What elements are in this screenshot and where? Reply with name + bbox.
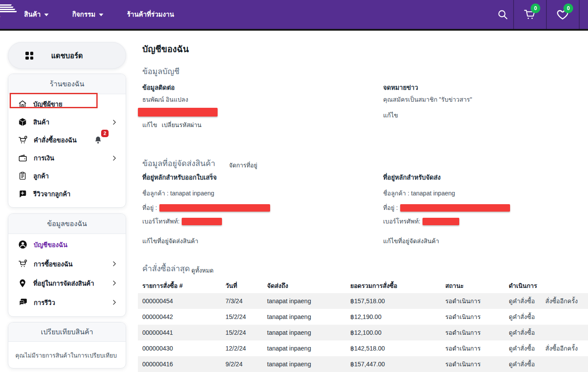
sidebar-item-my-orders[interactable]: คำสั่งซื้อของฉัน 2 [8,131,126,149]
view-order-link[interactable]: ดูคำสั่งซื้อ [509,359,535,369]
shipping-address-label: ที่อยู่ : [383,203,398,213]
compare-empty-text: คุณไม่มีรายการสินค้าในการเปรียบเทียบ [8,342,126,369]
order-table-row: 000000454 7/3/24 tanapat inpaeng ฿157,51… [138,293,588,309]
nav-divider [579,0,580,29]
edit-contact-link[interactable]: แก้ไข [142,120,157,130]
main-content: บัญชีของฉัน ข้อมูลบัญชี ข้อมูลติดต่อ ธนพ… [142,31,588,372]
chevron-right-icon [111,299,118,306]
cart-button[interactable] [517,0,543,29]
order-cart-icon [18,135,28,145]
wallet-icon [18,153,28,163]
address-book-heading: ข้อมูลที่อยู่จัดส่งสินค้า [142,157,215,170]
newsletter-label: จดหมายข่าว [383,82,418,92]
person-circle-icon [18,240,28,249]
view-all-orders-link[interactable]: ดูทั้งหมด [191,266,214,275]
dashboard-grid-icon [24,50,35,61]
order-status-cell: รอดำเนินการ [441,328,504,337]
caret-down-icon [99,14,103,16]
chevron-right-icon [111,155,118,162]
logo-text: S [0,13,17,25]
order-id-cell: 000000454 [138,298,221,305]
order-total-cell: ฿157,447.00 [346,361,441,368]
order-id-cell: 000000441 [138,329,221,336]
sidebar-item-label: รีวิวจากลูกค้า [33,189,70,199]
nav-item-products-label: สินค้า [24,9,41,20]
contact-name: ธนพัฒน์ อินแปลง [142,95,188,104]
location-pin-icon [18,279,27,288]
order-total-cell: ฿12,100.00 [346,329,441,336]
bell-icon [93,135,103,145]
redacted-phone-bar [182,218,222,225]
edit-billing-address-link[interactable]: แก้ไขที่อยู่จัดส่งสินค้า [142,236,198,246]
sidebar-shop-title: ร้านของฉัน [8,74,126,94]
edit-newsletter-link[interactable]: แก้ไข [383,110,398,120]
nav-item-partner-stores[interactable]: ร้านค้าที่ร่วมงาน [127,0,174,29]
home-icon [18,99,27,109]
order-table-row: 000000442 15/2/24 tanapat inpaeng ฿12,19… [138,309,588,325]
sidebar-item-label: การรีวิว [34,298,55,308]
redacted-email-bar [138,108,218,117]
nav-item-activities-label: กิจกรรม [72,9,95,20]
sidebar-item-my-purchases[interactable]: การซื้อของฉัน [8,254,126,273]
col-order-id: รายการสั่งซื้อ # [138,281,221,291]
redacted-phone-bar [423,218,459,225]
billing-address-title: ที่อยู่หลักสำหรับออกใบเสร็จ [142,172,361,182]
order-id-cell: 000000442 [138,313,221,320]
reorder-link[interactable]: สั่งซื้ออีกครั้ง [546,296,578,306]
order-date-cell: 15/2/24 [221,329,263,336]
shipping-address-block: ที่อยู่หลักสำหรับจัดส่ง ชื่อลูกค้า : tan… [383,172,588,246]
store-logo[interactable]: S [0,4,17,26]
reorder-link[interactable]: สั่งซื้ออีกครั้ง [546,344,578,353]
shipping-address-title: ที่อยู่หลักสำหรับจัดส่ง [383,172,588,182]
manage-addresses-link[interactable]: จัดการที่อยู่ [229,160,257,170]
sidebar-item-customers[interactable]: ลูกค้า [8,167,126,185]
orders-table-header: รายการสั่งซื้อ # วันที่ จัดส่งถึง ยอดรวม… [138,278,588,293]
col-order-total: ยอดรวมการสั่งซื้อ [346,281,441,291]
sidebar-item-label: บัญชีของฉัน [34,240,67,250]
view-order-link[interactable]: ดูคำสั่งซื้อ [509,344,535,353]
sidebar-item-shipping-addresses[interactable]: ที่อยู่ในการจัดส่งสินค้า [8,273,126,293]
chevron-right-icon [111,119,118,126]
chevron-right-icon [111,260,118,267]
edit-shipping-address-link[interactable]: แก้ไขที่อยู่จัดส่งสินค้า [383,236,439,246]
sidebar-item-finance[interactable]: การเงิน [8,149,126,167]
order-table-row: 000000441 15/2/24 tanapat inpaeng ฿12,10… [138,325,588,340]
nav-item-products[interactable]: สินค้า [24,0,49,29]
search-button[interactable] [489,0,516,29]
order-ship-to-cell: tanapat inpaeng [263,361,346,368]
order-total-cell: ฿157,518.00 [346,298,441,305]
recent-orders-heading: คำสั่งซื้อล่าสุด [142,262,190,275]
sidebar-myinfo-title: ข้อมูลของฉัน [8,214,126,234]
logo-stripes-icon [0,4,17,12]
wishlist-count-badge: 0 [563,4,573,13]
sidebar-item-my-reviews[interactable]: การรีวิว [8,293,126,312]
nav-item-activities[interactable]: กิจกรรม [72,0,103,29]
sidebar-dashboard-button[interactable]: แดชบอร์ด [8,42,126,69]
chat-bubbles-icon [18,298,28,307]
order-total-cell: ฿142,518.00 [346,345,441,352]
box-icon [18,117,27,127]
sidebar-item-customer-reviews[interactable]: รีวิวจากลูกค้า [8,185,126,203]
order-notifications-button[interactable]: 2 [93,135,103,145]
contact-info-label: ข้อมูลติดต่อ [142,82,175,92]
redacted-address-bar [159,204,270,212]
shipping-customer-name: ชื่อลูกค้า : tanapat inpaeng [383,188,588,198]
sidebar-item-seller-account[interactable]: บัญชีผู้ขาย [8,95,126,113]
sidebar-item-products[interactable]: สินค้า [8,113,126,131]
order-actions-cell: ดูคำสั่งซื้อ [504,312,588,322]
view-order-link[interactable]: ดูคำสั่งซื้อ [509,312,535,322]
wishlist-button[interactable] [549,0,576,29]
sidebar-item-label: ลูกค้า [33,171,49,181]
order-ship-to-cell: tanapat inpaeng [263,329,346,336]
billing-phone-label: เบอร์โทรศัพท์: [142,216,180,226]
order-id-cell: 000000430 [138,345,221,352]
sidebar-myinfo-card: ข้อมูลของฉัน บัญชีของฉัน การซื้อขอ [8,213,126,317]
recent-orders-table: รายการสั่งซื้อ # วันที่ จัดส่งถึง ยอดรวม… [138,278,588,372]
order-id-cell: 000000416 [138,361,221,368]
view-order-link[interactable]: ดูคำสั่งซื้อ [509,296,535,306]
view-order-link[interactable]: ดูคำสั่งซื้อ [509,328,535,337]
change-password-link[interactable]: เปลี่ยนรหัสผ่าน [162,120,201,130]
sidebar-item-my-account[interactable]: บัญชีของฉัน [8,235,126,254]
chevron-right-icon [111,280,118,287]
redacted-address-bar [400,204,510,212]
